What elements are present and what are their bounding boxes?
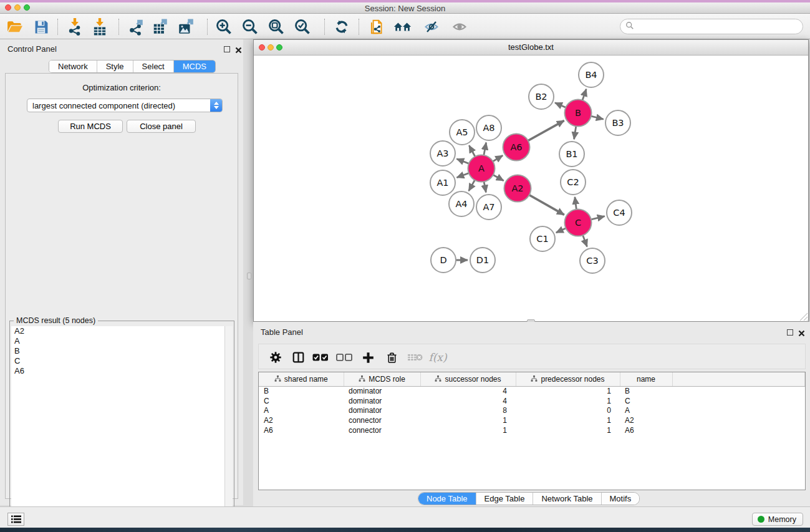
mcds-result-item[interactable]: A2 bbox=[11, 326, 224, 336]
table-cell[interactable]: connector bbox=[344, 415, 420, 425]
hide-annotations-icon[interactable] bbox=[422, 17, 441, 36]
table-row[interactable]: Cdominator41C bbox=[259, 396, 805, 406]
column-view-icon[interactable] bbox=[289, 349, 307, 365]
close-panel-icon[interactable] bbox=[235, 46, 242, 53]
table-cell[interactable]: C bbox=[259, 396, 344, 406]
optimization-criterion-select[interactable]: largest connected component (directed) bbox=[27, 99, 223, 112]
zoom-in-icon[interactable] bbox=[214, 17, 234, 36]
table-cell[interactable]: 1 bbox=[420, 425, 516, 435]
network-overview-icon[interactable] bbox=[367, 17, 387, 36]
export-image-icon[interactable] bbox=[176, 17, 196, 36]
task-history-button[interactable] bbox=[7, 513, 24, 526]
node-D1[interactable]: D1 bbox=[470, 248, 495, 273]
table-cell[interactable]: 1 bbox=[516, 425, 620, 435]
tab-motifs[interactable]: Motifs bbox=[602, 493, 640, 505]
node-B2[interactable]: B2 bbox=[529, 84, 554, 109]
node-A3[interactable]: A3 bbox=[430, 141, 455, 166]
node-A8[interactable]: A8 bbox=[476, 115, 501, 140]
table-cell[interactable]: A bbox=[620, 406, 672, 416]
tab-node-table[interactable]: Node Table bbox=[418, 493, 476, 505]
table-row[interactable]: A2connector11A2 bbox=[259, 415, 805, 425]
column-header-shared-name[interactable]: shared name bbox=[259, 372, 344, 386]
node-B4[interactable]: B4 bbox=[579, 62, 604, 87]
result-scrollbar[interactable] bbox=[224, 326, 233, 532]
run-mcds-button[interactable]: Run MCDS bbox=[58, 120, 123, 133]
node-A4[interactable]: A4 bbox=[449, 191, 474, 216]
zoom-fit-icon[interactable] bbox=[266, 17, 286, 36]
table-cell[interactable]: C bbox=[620, 396, 672, 406]
table-cell[interactable]: 1 bbox=[516, 415, 620, 425]
tab-network[interactable]: Network bbox=[49, 60, 97, 72]
table-cell[interactable]: dominator bbox=[344, 406, 420, 416]
node-B[interactable]: B bbox=[565, 100, 592, 127]
table-cell[interactable]: A2 bbox=[259, 415, 344, 425]
table-cell[interactable]: dominator bbox=[344, 386, 420, 396]
column-header-name[interactable]: name bbox=[620, 372, 672, 386]
table-cell[interactable]: 1 bbox=[420, 415, 516, 425]
import-table-icon[interactable] bbox=[90, 17, 110, 36]
table-cell[interactable]: A bbox=[259, 406, 344, 416]
zoom-selected-icon[interactable] bbox=[292, 17, 312, 36]
node-table[interactable]: shared nameMCDS rolesuccessor nodesprede… bbox=[259, 372, 805, 435]
table-cell[interactable]: B bbox=[259, 386, 344, 396]
float-panel-icon[interactable] bbox=[224, 46, 230, 52]
export-table-icon[interactable] bbox=[150, 17, 170, 36]
unselect-all-icon[interactable] bbox=[335, 349, 354, 365]
save-session-icon[interactable] bbox=[31, 17, 51, 36]
mcds-result-list[interactable]: A2ABCA6 bbox=[11, 326, 224, 532]
table-cell[interactable]: B bbox=[620, 386, 672, 396]
table-cell[interactable]: 1 bbox=[516, 396, 620, 406]
column-header-successor-nodes[interactable]: successor nodes bbox=[420, 372, 516, 386]
table-cell[interactable]: A6 bbox=[259, 425, 344, 435]
first-neighbors-icon[interactable] bbox=[393, 17, 413, 36]
node-A[interactable]: A bbox=[468, 155, 495, 182]
node-C1[interactable]: C1 bbox=[530, 226, 555, 251]
table-cell[interactable]: 0 bbox=[516, 406, 620, 416]
node-A1[interactable]: A1 bbox=[430, 170, 455, 195]
search-input[interactable] bbox=[634, 22, 803, 31]
tab-select[interactable]: Select bbox=[133, 60, 174, 72]
export-network-icon[interactable] bbox=[126, 17, 146, 36]
node-A7[interactable]: A7 bbox=[476, 195, 501, 220]
node-A6[interactable]: A6 bbox=[503, 134, 530, 161]
mcds-result-item[interactable]: A6 bbox=[11, 366, 224, 376]
tab-mcds[interactable]: MCDS bbox=[174, 60, 215, 72]
node-C4[interactable]: C4 bbox=[607, 200, 632, 225]
search-field[interactable] bbox=[620, 19, 803, 34]
table-row[interactable]: A6connector11A6 bbox=[259, 425, 805, 435]
table-cell[interactable]: A2 bbox=[620, 415, 672, 425]
memory-button[interactable]: Memory bbox=[752, 513, 803, 526]
node-A5[interactable]: A5 bbox=[450, 120, 475, 145]
add-column-icon[interactable] bbox=[359, 349, 377, 365]
table-cell[interactable]: connector bbox=[344, 425, 420, 435]
select-all-icon[interactable] bbox=[311, 349, 330, 365]
node-A2[interactable]: A2 bbox=[504, 175, 531, 202]
tab-style[interactable]: Style bbox=[97, 60, 133, 72]
table-cell[interactable]: 1 bbox=[516, 386, 620, 396]
table-row[interactable]: Adominator80A bbox=[259, 406, 805, 416]
node-B1[interactable]: B1 bbox=[559, 142, 584, 167]
settings-gear-icon[interactable] bbox=[266, 349, 285, 365]
node-C2[interactable]: C2 bbox=[561, 170, 586, 195]
column-header-predecessor-nodes[interactable]: predecessor nodes bbox=[516, 372, 620, 386]
float-panel-icon[interactable] bbox=[787, 329, 793, 336]
delete-column-icon[interactable] bbox=[382, 349, 401, 365]
tab-edge-table[interactable]: Edge Table bbox=[476, 493, 534, 505]
node-C[interactable]: C bbox=[565, 210, 592, 236]
open-file-icon[interactable] bbox=[5, 17, 25, 36]
close-panel-icon[interactable] bbox=[798, 329, 805, 336]
table-cell[interactable]: A6 bbox=[620, 425, 672, 435]
column-header-MCDS-role[interactable]: MCDS role bbox=[344, 372, 420, 386]
node-D[interactable]: D bbox=[431, 248, 456, 273]
network-window-titlebar[interactable]: testGlobe.txt bbox=[254, 40, 808, 56]
vertical-divider-grip[interactable] bbox=[247, 273, 251, 279]
mcds-result-item[interactable]: B bbox=[11, 346, 224, 356]
refresh-icon[interactable] bbox=[332, 17, 352, 36]
import-network-icon[interactable] bbox=[65, 17, 85, 36]
show-annotations-icon[interactable] bbox=[450, 17, 470, 36]
node-C3[interactable]: C3 bbox=[580, 248, 605, 273]
close-panel-button[interactable]: Close panel bbox=[127, 120, 196, 133]
table-row[interactable]: Bdominator41B bbox=[259, 386, 805, 396]
table-cell[interactable]: dominator bbox=[344, 396, 420, 406]
zoom-out-icon[interactable] bbox=[240, 17, 260, 36]
